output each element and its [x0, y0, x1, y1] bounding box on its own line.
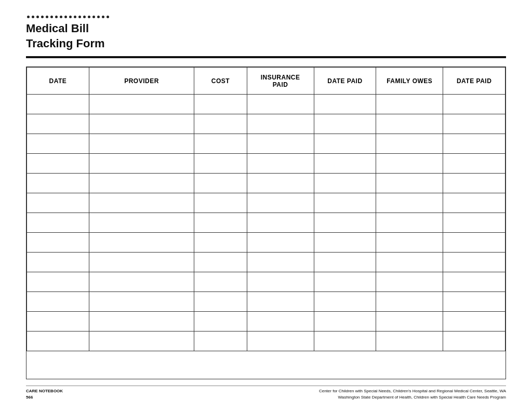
table-cell[interactable]	[376, 114, 443, 134]
table-cell[interactable]	[194, 233, 247, 253]
table-cell[interactable]	[443, 213, 506, 233]
table-cell[interactable]	[194, 292, 247, 312]
table-cell[interactable]	[376, 174, 443, 193]
table-cell[interactable]	[194, 253, 247, 272]
table-cell[interactable]	[194, 332, 247, 351]
table-cell[interactable]	[314, 253, 376, 272]
table-cell[interactable]	[89, 312, 194, 332]
table-cell[interactable]	[89, 95, 194, 114]
table-cell[interactable]	[314, 292, 376, 312]
table-cell[interactable]	[443, 292, 506, 312]
table-cell[interactable]	[89, 253, 194, 272]
table-row[interactable]	[27, 312, 506, 332]
table-row[interactable]	[27, 272, 506, 292]
table-cell[interactable]	[376, 154, 443, 174]
table-cell[interactable]	[194, 134, 247, 154]
table-cell[interactable]	[314, 332, 376, 351]
table-cell[interactable]	[443, 134, 506, 154]
table-cell[interactable]	[443, 174, 506, 193]
table-cell[interactable]	[443, 253, 506, 272]
table-row[interactable]	[27, 154, 506, 174]
table-cell[interactable]	[27, 134, 89, 154]
table-cell[interactable]	[314, 174, 376, 193]
table-cell[interactable]	[376, 95, 443, 114]
table-cell[interactable]	[314, 95, 376, 114]
table-cell[interactable]	[376, 292, 443, 312]
table-row[interactable]	[27, 95, 506, 114]
table-cell[interactable]	[89, 213, 194, 233]
table-cell[interactable]	[27, 114, 89, 134]
table-row[interactable]	[27, 114, 506, 134]
table-cell[interactable]	[194, 213, 247, 233]
table-cell[interactable]	[314, 134, 376, 154]
table-cell[interactable]	[247, 253, 314, 272]
table-cell[interactable]	[27, 213, 89, 233]
table-row[interactable]	[27, 233, 506, 253]
table-row[interactable]	[27, 253, 506, 272]
table-cell[interactable]	[247, 95, 314, 114]
table-cell[interactable]	[443, 114, 506, 134]
table-cell[interactable]	[89, 332, 194, 351]
table-cell[interactable]	[247, 114, 314, 134]
table-cell[interactable]	[194, 114, 247, 134]
table-cell[interactable]	[89, 114, 194, 134]
table-cell[interactable]	[314, 272, 376, 292]
table-cell[interactable]	[247, 193, 314, 213]
table-cell[interactable]	[247, 233, 314, 253]
table-cell[interactable]	[89, 174, 194, 193]
table-cell[interactable]	[27, 253, 89, 272]
table-cell[interactable]	[194, 272, 247, 292]
table-cell[interactable]	[443, 233, 506, 253]
table-cell[interactable]	[194, 193, 247, 213]
table-cell[interactable]	[443, 154, 506, 174]
table-cell[interactable]	[443, 332, 506, 351]
table-cell[interactable]	[376, 213, 443, 233]
table-cell[interactable]	[27, 233, 89, 253]
table-cell[interactable]	[247, 332, 314, 351]
table-cell[interactable]	[27, 174, 89, 193]
table-cell[interactable]	[443, 312, 506, 332]
table-cell[interactable]	[376, 272, 443, 292]
table-cell[interactable]	[443, 272, 506, 292]
table-cell[interactable]	[27, 292, 89, 312]
table-row[interactable]	[27, 213, 506, 233]
table-cell[interactable]	[376, 233, 443, 253]
table-cell[interactable]	[443, 193, 506, 213]
table-cell[interactable]	[247, 312, 314, 332]
table-cell[interactable]	[247, 134, 314, 154]
table-cell[interactable]	[194, 312, 247, 332]
table-cell[interactable]	[314, 193, 376, 213]
table-cell[interactable]	[27, 332, 89, 351]
table-cell[interactable]	[247, 154, 314, 174]
table-cell[interactable]	[27, 154, 89, 174]
table-cell[interactable]	[27, 272, 89, 292]
table-cell[interactable]	[247, 292, 314, 312]
table-row[interactable]	[27, 174, 506, 193]
table-cell[interactable]	[376, 134, 443, 154]
table-cell[interactable]	[443, 95, 506, 114]
table-cell[interactable]	[194, 174, 247, 193]
table-cell[interactable]	[314, 233, 376, 253]
table-cell[interactable]	[247, 213, 314, 233]
table-cell[interactable]	[376, 312, 443, 332]
table-cell[interactable]	[194, 95, 247, 114]
table-cell[interactable]	[89, 154, 194, 174]
table-cell[interactable]	[194, 154, 247, 174]
table-row[interactable]	[27, 332, 506, 351]
table-cell[interactable]	[27, 193, 89, 213]
table-cell[interactable]	[247, 272, 314, 292]
table-cell[interactable]	[376, 332, 443, 351]
table-row[interactable]	[27, 292, 506, 312]
table-cell[interactable]	[89, 292, 194, 312]
table-cell[interactable]	[89, 134, 194, 154]
table-cell[interactable]	[314, 213, 376, 233]
table-cell[interactable]	[314, 114, 376, 134]
table-cell[interactable]	[89, 233, 194, 253]
table-cell[interactable]	[27, 95, 89, 114]
table-cell[interactable]	[27, 312, 89, 332]
table-cell[interactable]	[376, 253, 443, 272]
table-cell[interactable]	[314, 154, 376, 174]
table-cell[interactable]	[89, 193, 194, 213]
table-row[interactable]	[27, 193, 506, 213]
table-cell[interactable]	[376, 193, 443, 213]
